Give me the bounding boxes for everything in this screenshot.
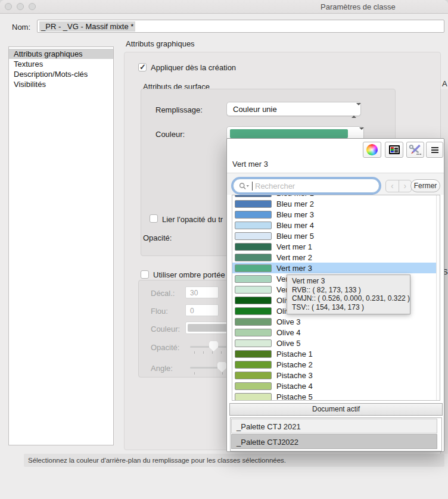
- slider-tick: [212, 351, 213, 354]
- shadow-offset-input[interactable]: 30: [185, 286, 219, 298]
- sidebar-item[interactable]: Description/Mots-clés: [9, 69, 113, 79]
- next-result-button[interactable]: ›: [399, 180, 412, 192]
- color-row[interactable]: Vert mer 3: [232, 263, 440, 273]
- fill-type-dropdown[interactable]: Couleur unie: [226, 102, 361, 116]
- color-row[interactable]: Bleu mer 4: [232, 220, 440, 230]
- color-label: Couleur:: [155, 130, 185, 139]
- palette-list[interactable]: _Palette CTJ 2021_Palette CTJ2022: [230, 417, 442, 451]
- color-row[interactable]: Vert mer 1: [232, 241, 440, 252]
- titlebar: Paramètres de classe: [0, 0, 448, 14]
- color-row[interactable]: Bleu mer 5: [232, 230, 440, 241]
- menu-icon: [431, 147, 438, 153]
- color-wheel-button[interactable]: [363, 142, 381, 158]
- color-row[interactable]: Bleu mer 3: [232, 209, 440, 220]
- apply-on-creation-checkbox[interactable]: ✓: [138, 63, 147, 71]
- color-swatch: [235, 361, 272, 369]
- color-swatch: [235, 275, 272, 283]
- color-row[interactable]: Olive 3: [232, 316, 440, 327]
- surface-opacity-label: Opacité:: [143, 233, 172, 242]
- slider-tick: [203, 351, 204, 354]
- color-row[interactable]: Pistache 1: [232, 348, 440, 359]
- color-list-view-button[interactable]: [385, 142, 403, 158]
- tooltip-title: Vert mer 3: [292, 277, 405, 286]
- search-icon: [239, 182, 250, 191]
- shadow-angle-label: Angle:: [151, 364, 173, 373]
- name-input[interactable]: _PR - _VG - Massif mixte *: [37, 20, 444, 33]
- color-row[interactable]: Bleu mer 2: [232, 198, 440, 209]
- slider-tick: [194, 372, 195, 375]
- shadow-blur-input[interactable]: 0: [185, 304, 219, 316]
- popup-menu-button[interactable]: [426, 142, 443, 158]
- drop-shadow-checkbox[interactable]: [141, 270, 149, 279]
- color-row[interactable]: Pistache 5: [232, 391, 440, 401]
- search-nav-buttons: ‹ ›: [385, 180, 412, 192]
- color-wheel-icon: [366, 144, 378, 155]
- color-swatch: [235, 200, 272, 208]
- settings-category-list[interactable]: Attributs graphiquesTexturesDescription/…: [8, 46, 114, 445]
- clipped-label-top: A: [442, 79, 447, 88]
- checkmark-icon: ✓: [139, 63, 146, 71]
- name-input-value: _PR - _VG - Massif mixte *: [39, 21, 135, 32]
- color-swatch: [235, 307, 272, 315]
- color-name: Olive 5: [276, 339, 300, 348]
- sidebar-item[interactable]: Attributs graphiques: [9, 49, 113, 59]
- sidebar-item[interactable]: Visibilités: [9, 79, 113, 89]
- color-row[interactable]: Olive 5: [232, 338, 440, 348]
- sidebar-item[interactable]: Textures: [9, 59, 113, 69]
- color-swatch: [235, 254, 272, 261]
- color-swatch: [235, 382, 272, 390]
- status-text: Sélectionnez la couleur d'arrière-plan d…: [24, 454, 444, 467]
- minimize-window-button[interactable]: [17, 3, 24, 10]
- palette-item[interactable]: _Palette CTJ 2021: [231, 419, 437, 433]
- color-swatch: [235, 393, 272, 401]
- color-name: Pistache 5: [276, 392, 313, 401]
- color-row[interactable]: Pistache 2: [232, 359, 440, 370]
- color-swatch: [235, 297, 272, 304]
- drop-shadow-label: Utiliser ombre portée: [153, 270, 225, 279]
- color-name: Pistache 2: [276, 360, 313, 369]
- edit-colors-button[interactable]: [406, 142, 424, 158]
- color-row[interactable]: Pistache 3: [232, 370, 440, 381]
- previous-result-button[interactable]: ‹: [386, 180, 399, 192]
- color-swatch: [235, 232, 272, 240]
- list-scrollbar-gutter[interactable]: [436, 195, 440, 400]
- chevron-up-down-icon: [354, 130, 360, 138]
- link-opacity-label: Lier l'opacité du tr: [162, 215, 223, 224]
- color-name: Bleu mer 3: [276, 210, 314, 219]
- selected-color-name: Vert mer 3: [232, 160, 268, 169]
- color-name: Bleu mer 4: [276, 221, 314, 230]
- slider-tick: [221, 351, 222, 354]
- color-row[interactable]: Olive 4: [232, 327, 440, 338]
- link-opacity-checkbox[interactable]: [150, 214, 158, 223]
- tooltip-rvb: RVB:: ( 82, 173, 133 ): [292, 286, 405, 295]
- shadow-opacity-slider-thumb[interactable]: [209, 341, 218, 351]
- color-list-icon: [389, 145, 400, 154]
- color-name: Bleu mer 1: [276, 195, 314, 198]
- fermer-button[interactable]: Fermer: [410, 179, 440, 192]
- fill-label: Remplissage:: [155, 105, 203, 114]
- active-document-button[interactable]: Document actif: [229, 403, 443, 416]
- color-swatch: [235, 286, 272, 294]
- shadow-angle-slider-thumb[interactable]: [217, 362, 226, 372]
- color-swatch: [235, 222, 272, 229]
- slider-tick: [222, 372, 223, 375]
- shadow-color-label: Couleur:: [151, 325, 180, 333]
- search-input[interactable]: Rechercher: [233, 179, 379, 193]
- color-row[interactable]: Vert mer 2: [232, 252, 440, 263]
- close-window-button[interactable]: [5, 3, 12, 10]
- fill-color-swatch: [230, 129, 348, 138]
- color-name: Pistache 4: [276, 382, 313, 391]
- palette-item[interactable]: _Palette CTJ2022: [231, 434, 437, 449]
- color-swatch: [235, 264, 272, 272]
- search-placeholder: Rechercher: [255, 182, 295, 191]
- color-name: Vert mer 1: [276, 242, 312, 251]
- color-swatch: [235, 243, 272, 251]
- color-row[interactable]: Pistache 4: [232, 381, 440, 391]
- apply-on-creation-label: Appliquer dès la création: [151, 63, 236, 72]
- color-name: Pistache 1: [276, 350, 313, 358]
- chevron-up-down-icon: [351, 105, 357, 114]
- tooltip-tsv: TSV:: ( 154, 134, 173 ): [292, 303, 405, 312]
- color-swatch: [235, 195, 272, 197]
- zoom-window-button[interactable]: [29, 3, 36, 10]
- color-swatch: [235, 350, 272, 358]
